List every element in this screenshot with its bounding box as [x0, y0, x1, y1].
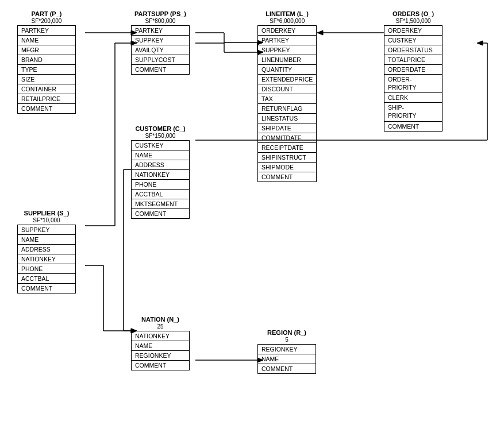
partsupp-fields: PARTKEY SUPPKEY AVAILQTY SUPPLYCOST COMM… [131, 25, 190, 75]
field-row: COMMENT [132, 65, 189, 74]
field-row: COMMITDATE [258, 133, 316, 143]
field-row: SUPPKEY [18, 225, 75, 235]
svg-marker-19 [477, 41, 483, 45]
customer-subtitle: SF*150,000 [131, 133, 190, 139]
svg-marker-15 [317, 30, 323, 35]
field-row: PARTKEY [18, 26, 75, 36]
field-row: CLERK [384, 93, 442, 103]
field-row: ACCTBAL [132, 190, 189, 199]
field-row: CONTAINER [18, 84, 75, 94]
field-row: COMMENT [18, 104, 75, 113]
orders-title: ORDERS (O_) [384, 10, 443, 17]
region-fields: REGIONKEY NAME COMMENT [257, 344, 316, 374]
field-row: NATIONKEY [18, 254, 75, 264]
field-row: LINESTATUS [258, 114, 316, 123]
field-row: NAME [18, 235, 75, 245]
lineitem-subtitle: SF*6,000,000 [257, 18, 317, 24]
field-row: ADDRESS [18, 245, 75, 254]
customer-title: CUSTOMER (C_) [131, 125, 190, 132]
field-row: TAX [258, 94, 316, 104]
field-row: COMMENT [384, 122, 442, 131]
supplier-title: SUPPLIER (S_) [17, 210, 76, 217]
part-subtitle: SF*200,000 [17, 18, 76, 24]
field-row: SHIPMODE [258, 163, 316, 172]
table-part: PART (P_) SF*200,000 PARTKEY NAME MFGR B… [17, 10, 76, 114]
part-title: PART (P_) [17, 10, 76, 17]
field-row: COMMENT [258, 364, 316, 373]
field-row: ORDER-PRIORITY [384, 75, 442, 93]
field-row: COMMENT [132, 361, 189, 370]
field-row: ADDRESS [132, 160, 189, 170]
field-row: DISCOUNT [258, 84, 316, 94]
field-row: PHONE [18, 264, 75, 274]
table-orders: ORDERS (O_) SF*1,500,000 ORDERKEY CUSTKE… [384, 10, 443, 132]
field-row: ORDERKEY [384, 26, 442, 36]
region-subtitle: 5 [257, 337, 316, 343]
nation-title: NATION (N_) [131, 316, 190, 323]
field-row: TYPE [18, 65, 75, 75]
lineitem-fields: ORDERKEY PARTKEY SUPPKEY LINENUMBER QUAN… [257, 25, 317, 182]
region-title: REGION (R_) [257, 329, 316, 336]
partsupp-subtitle: SF*800,000 [131, 18, 190, 24]
field-row: PARTKEY [258, 36, 316, 45]
field-row: MFGR [18, 45, 75, 55]
customer-fields: CUSTKEY NAME ADDRESS NATIONKEY PHONE ACC… [131, 140, 190, 219]
field-row: QUANTITY [258, 65, 316, 75]
orders-subtitle: SF*1,500,000 [384, 18, 443, 24]
field-row: PHONE [132, 180, 189, 190]
field-row: SIZE [18, 75, 75, 84]
field-row: TOTALPRICE [384, 55, 442, 65]
field-row: LINENUMBER [258, 55, 316, 65]
field-row: NAME [132, 150, 189, 160]
field-row: SUPPLYCOST [132, 55, 189, 65]
field-row: SUPPKEY [132, 36, 189, 45]
table-customer: CUSTOMER (C_) SF*150,000 CUSTKEY NAME AD… [131, 125, 190, 219]
field-row: RETAILPRICE [18, 94, 75, 104]
field-row: PARTKEY [132, 26, 189, 36]
erd-diagram: PART (P_) SF*200,000 PARTKEY NAME MFGR B… [0, 0, 504, 421]
field-row: BRAND [18, 55, 75, 65]
lineitem-title: LINEITEM (L_) [257, 10, 317, 17]
table-supplier: SUPPLIER (S_) SF*10,000 SUPPKEY NAME ADD… [17, 210, 76, 293]
table-partsupp: PARTSUPP (PS_) SF*800,000 PARTKEY SUPPKE… [131, 10, 190, 75]
field-row: SHIPINSTRUCT [258, 153, 316, 163]
field-row: NAME [132, 341, 189, 351]
table-lineitem: LINEITEM (L_) SF*6,000,000 ORDERKEY PART… [257, 10, 317, 182]
table-region: REGION (R_) 5 REGIONKEY NAME COMMENT [257, 329, 316, 374]
field-row: REGIONKEY [132, 351, 189, 361]
nation-subtitle: 25 [131, 323, 190, 330]
field-row: ACCTBAL [18, 274, 75, 284]
supplier-fields: SUPPKEY NAME ADDRESS NATIONKEY PHONE ACC… [17, 225, 76, 293]
field-row: NAME [18, 36, 75, 45]
field-row: ORDERSTATUS [384, 45, 442, 55]
nation-fields: NATIONKEY NAME REGIONKEY COMMENT [131, 331, 190, 370]
part-fields: PARTKEY NAME MFGR BRAND TYPE SIZE CONTAI… [17, 25, 76, 114]
orders-fields: ORDERKEY CUSTKEY ORDERSTATUS TOTALPRICE … [384, 25, 443, 132]
field-row: MKTSEGMENT [132, 199, 189, 209]
field-row: SHIP-PRIORITY [384, 103, 442, 121]
field-row: ORDERKEY [258, 26, 316, 36]
field-row: CUSTKEY [132, 141, 189, 150]
field-row: ORDERDATE [384, 65, 442, 75]
field-row: NATIONKEY [132, 170, 189, 180]
field-row: COMMENT [132, 209, 189, 218]
field-row: RECEIPTDATE [258, 143, 316, 153]
field-row: SHIPDATE [258, 123, 316, 133]
field-row: CUSTKEY [384, 36, 442, 45]
field-row: REGIONKEY [258, 345, 316, 354]
supplier-subtitle: SF*10,000 [17, 217, 76, 223]
field-row: NATIONKEY [132, 331, 189, 341]
field-row: COMMENT [258, 172, 316, 181]
field-row: SUPPKEY [258, 45, 316, 55]
field-row: RETURNFLAG [258, 104, 316, 114]
partsupp-title: PARTSUPP (PS_) [131, 10, 190, 17]
field-row: EXTENDEDPRICE [258, 75, 316, 84]
table-nation: NATION (N_) 25 NATIONKEY NAME REGIONKEY … [131, 316, 190, 370]
field-row: NAME [258, 354, 316, 364]
field-row: AVAILQTY [132, 45, 189, 55]
field-row: COMMENT [18, 284, 75, 293]
